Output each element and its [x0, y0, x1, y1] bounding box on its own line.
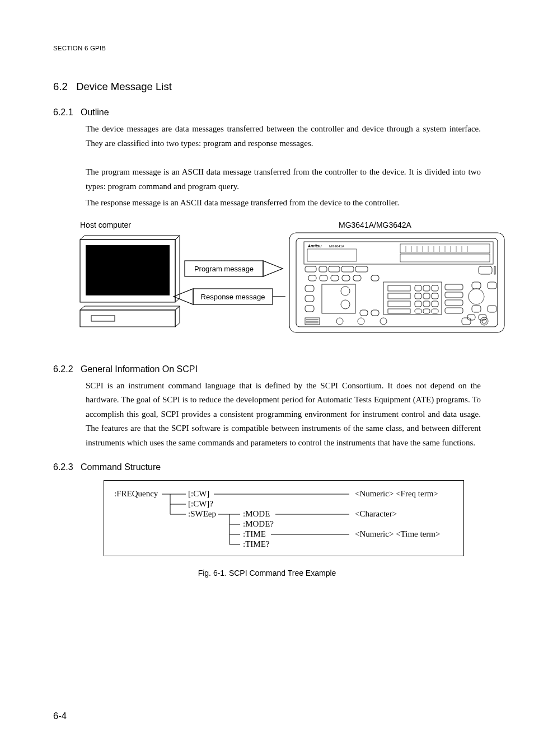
svg-rect-5 [289, 233, 504, 332]
svg-rect-44 [388, 293, 410, 299]
svg-point-75 [358, 318, 364, 325]
svg-point-63 [469, 289, 484, 304]
tree-cw: [:CW] [188, 489, 209, 498]
h3-num: 6.2.3 [53, 462, 73, 472]
svg-rect-34 [305, 285, 314, 292]
para-622-1: SCPI is an instrument command language t… [86, 379, 481, 450]
svg-rect-8 [307, 249, 357, 261]
svg-rect-46 [388, 309, 410, 313]
h3-6-2-1: 6.2.1 Outline [53, 107, 481, 118]
svg-rect-48 [423, 285, 430, 291]
svg-rect-0 [86, 245, 170, 295]
svg-rect-68 [488, 282, 496, 289]
svg-rect-29 [320, 275, 327, 281]
svg-rect-57 [423, 309, 430, 313]
h3-title: Outline [81, 107, 109, 117]
tree-num-freq: <Numeric> <Freq term> [355, 489, 438, 498]
svg-rect-55 [432, 301, 438, 307]
svg-rect-54 [423, 301, 430, 307]
tree-mode: :MODE [243, 509, 270, 518]
svg-rect-25 [329, 266, 340, 272]
svg-rect-47 [415, 285, 421, 291]
svg-rect-51 [423, 293, 430, 299]
host-computer-icon: Program message Response message [76, 233, 288, 339]
h3-6-2-3: 6.2.3 Command Structure [53, 462, 481, 472]
page-number: 6-4 [53, 711, 67, 721]
svg-rect-37 [322, 284, 355, 313]
svg-point-76 [380, 318, 387, 325]
svg-rect-66 [467, 314, 475, 320]
svg-rect-26 [341, 266, 354, 272]
para-621-3: The response message is an ASCII data me… [86, 196, 481, 210]
svg-rect-23 [305, 266, 316, 272]
svg-rect-33 [371, 275, 379, 281]
command-tree-diagram: :FREQuency [:CW] <Numeric> <Freq term> [… [114, 487, 456, 549]
svg-rect-80 [479, 266, 492, 274]
tree-freq: :FREQuency [114, 489, 158, 498]
svg-rect-42 [383, 282, 442, 314]
svg-rect-32 [353, 275, 361, 281]
svg-rect-10 [400, 254, 490, 262]
para-621-2: The program message is an ASCII data mes… [86, 165, 481, 194]
svg-rect-36 [305, 306, 314, 312]
h2-6-2: 6.2 Device Message List [53, 81, 481, 93]
svg-rect-43 [388, 285, 410, 291]
h3-title: General Information On SCPI [81, 364, 198, 374]
svg-point-79 [482, 319, 486, 323]
response-message-label: Response message [201, 293, 265, 301]
tree-cwq: [:CW]? [188, 499, 213, 508]
h3-title: Command Structure [81, 462, 161, 472]
tree-char: <Character> [355, 509, 397, 518]
svg-point-39 [341, 300, 350, 309]
svg-rect-69 [488, 306, 496, 312]
device-model-text: MG3641A [329, 245, 344, 248]
svg-rect-1 [91, 316, 115, 321]
signal-generator-icon: Anritsu MG3641A [288, 231, 507, 345]
svg-rect-41 [371, 310, 379, 316]
device-model-label: MG3641A/MG3642A [339, 220, 507, 229]
tree-swe: :SWEep [188, 509, 216, 518]
svg-rect-49 [432, 285, 438, 291]
svg-rect-56 [415, 309, 421, 313]
svg-rect-61 [445, 300, 463, 306]
svg-rect-77 [462, 318, 471, 325]
svg-rect-30 [331, 275, 339, 281]
svg-rect-24 [319, 266, 327, 272]
svg-rect-81 [494, 266, 495, 274]
figure-caption: Fig. 6-1. SCPI Command Tree Example [53, 569, 481, 577]
illustration: Host computer Program message Response m… [76, 220, 481, 345]
svg-rect-45 [388, 301, 410, 307]
svg-rect-28 [308, 275, 316, 281]
h3-num: 6.2.2 [53, 364, 73, 374]
tree-timeq: :TIME? [243, 539, 270, 548]
program-message-label: Program message [194, 265, 254, 273]
h2-num: 6.2 [53, 81, 68, 92]
svg-rect-58 [432, 309, 438, 313]
svg-rect-50 [415, 293, 421, 299]
svg-point-38 [341, 287, 350, 295]
svg-rect-64 [472, 282, 481, 289]
svg-rect-62 [445, 308, 463, 313]
h3-6-2-2: 6.2.2 General Information On SCPI [53, 364, 481, 374]
svg-rect-52 [432, 293, 438, 299]
svg-rect-35 [305, 295, 314, 302]
tree-time: :TIME [243, 529, 266, 538]
para-621-1: The device messages are data messages tr… [86, 122, 481, 151]
svg-rect-27 [355, 266, 368, 272]
svg-point-74 [336, 318, 343, 325]
svg-rect-65 [472, 306, 481, 312]
host-computer-label: Host computer [80, 220, 288, 229]
svg-rect-31 [342, 275, 350, 281]
svg-rect-40 [360, 310, 368, 316]
svg-rect-59 [445, 284, 463, 290]
svg-rect-53 [415, 301, 421, 307]
section-header: SECTION 6 GPIB [53, 45, 481, 51]
svg-rect-60 [445, 292, 463, 298]
h3-num: 6.2.1 [53, 107, 73, 117]
tree-modeq: :MODE? [243, 519, 274, 528]
svg-point-78 [480, 317, 488, 325]
command-tree-box: :FREQuency [:CW] <Numeric> <Freq term> [… [104, 480, 464, 556]
device-brand-text: Anritsu [307, 244, 322, 248]
tree-num-time: <Numeric> <Time term> [355, 529, 440, 538]
h2-title: Device Message List [76, 81, 172, 92]
